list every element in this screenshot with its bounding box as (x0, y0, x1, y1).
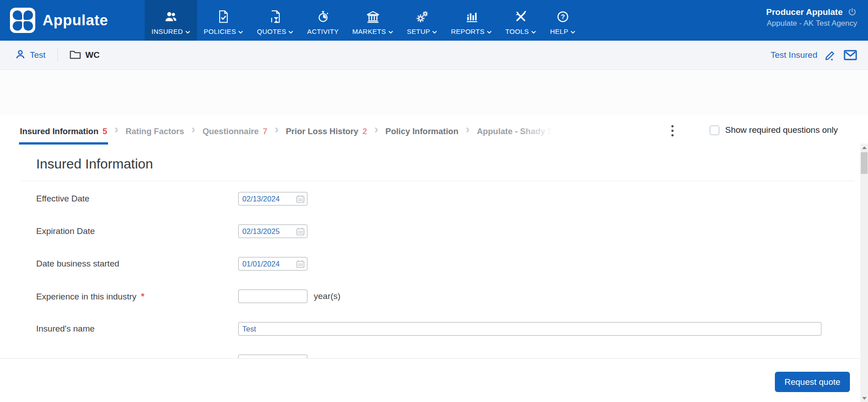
folder-icon (70, 50, 81, 61)
tab-bar: Insured Information 5 › Rating Factors ›… (0, 115, 868, 145)
brand[interactable]: Appulate (0, 0, 145, 41)
mail-envelope-icon[interactable] (844, 49, 857, 61)
tab-separator-icon: › (459, 122, 476, 145)
form-row-insured-name: Insured's name (0, 322, 861, 336)
user-agency: Appulate - AK Test Agency (766, 19, 857, 28)
title-row: Appulate - Night City Insurance, LLC Ask… (0, 70, 868, 115)
breadcrumb: Test WC Test Insured (0, 41, 868, 70)
scrollbar-thumb[interactable] (861, 152, 868, 174)
show-required-toggle[interactable]: Show required questions only (710, 125, 838, 135)
nav-item-markets[interactable]: MARKETS (345, 0, 400, 41)
vertical-scrollbar[interactable] (860, 144, 868, 402)
field-label: Date business started (36, 257, 119, 271)
business-started-date-input[interactable] (239, 258, 288, 270)
tab-badge: 7 (263, 126, 267, 136)
appulate-app: Appulate INSURED POLICIES QUOTES (0, 0, 868, 402)
show-required-label: Show required questions only (725, 125, 838, 135)
breadcrumb-insured-label: Test (30, 50, 46, 60)
help-icon: ? (556, 9, 570, 25)
tab-badge: 5 (103, 126, 107, 136)
required-asterisk: * (141, 291, 145, 301)
chevron-down-icon (185, 28, 190, 35)
tab-prior-loss-history[interactable]: Prior Loss History 2 (285, 126, 368, 145)
field-label: Insured's name (36, 322, 94, 336)
tab-separator-icon: › (368, 122, 385, 145)
breadcrumb-insured[interactable]: Test (15, 49, 46, 61)
scroll-down-arrow-icon[interactable] (860, 394, 868, 402)
tools-icon (514, 9, 528, 25)
effective-date-input[interactable] (239, 193, 288, 205)
calendar-icon[interactable] (296, 227, 307, 236)
nav-item-tools[interactable]: TOOLS (499, 0, 543, 41)
tab-separator-icon: › (185, 122, 202, 145)
form-row-experience: Experience in this industry* year(s) (0, 290, 861, 303)
tab-appulate-shady-truncated[interactable]: Appulate - Shady Sa (476, 126, 559, 145)
chevron-down-icon (432, 28, 437, 35)
chevron-down-icon (571, 28, 576, 35)
field-label: Experience in this industry* (36, 290, 145, 304)
tab-separator-icon: › (108, 122, 125, 145)
user-panel: Producer Appulate Appulate - AK Test Age… (766, 0, 868, 41)
breadcrumb-lob[interactable]: WC (70, 50, 100, 61)
chevron-down-icon (388, 28, 393, 35)
people-icon (164, 9, 178, 25)
nav-item-policies[interactable]: POLICIES (197, 0, 250, 41)
more-tabs-kebab-icon[interactable] (665, 122, 679, 139)
nav-menu: INSURED POLICIES QUOTES ACTIVITY (145, 0, 583, 41)
section-title: Insured Information (36, 156, 153, 172)
appulate-logo-icon (10, 8, 35, 33)
brand-name: Appulate (42, 12, 108, 29)
form-scroll-area: Insured Information Effective Date Expir… (0, 145, 861, 358)
bar-chart-icon (465, 9, 478, 25)
insured-contact-link[interactable]: Test Insured (771, 50, 818, 60)
divider (20, 181, 854, 181)
nav-item-setup[interactable]: SETUP (400, 0, 444, 41)
form-row-expiration-date: Expiration Date (0, 224, 861, 238)
tab-badge: 2 (363, 126, 367, 136)
tab-rating-factors[interactable]: Rating Factors (125, 126, 185, 145)
field-suffix: year(s) (314, 290, 340, 303)
nav-item-reports[interactable]: REPORTS (444, 0, 498, 41)
bottom-action-bar: Request quote (0, 358, 868, 402)
request-quote-button[interactable]: Request quote (775, 372, 850, 392)
expiration-date-input[interactable] (239, 225, 288, 237)
chevron-down-icon (487, 28, 492, 35)
divider (57, 49, 58, 61)
calendar-icon[interactable] (296, 259, 307, 269)
field-label: Effective Date (36, 192, 90, 206)
logout-power-icon[interactable] (847, 7, 857, 17)
form-row-fein-clipped: (9-digit Federal Employer Identification… (0, 355, 861, 358)
nav-item-quotes[interactable]: QUOTES (250, 0, 300, 41)
form-row-date-business-started: Date business started (0, 257, 861, 271)
scroll-up-arrow-icon[interactable] (860, 144, 868, 151)
show-required-checkbox[interactable] (710, 126, 719, 135)
chevron-down-icon (531, 28, 536, 35)
fade-mask (518, 126, 559, 145)
edit-pencil-icon[interactable] (825, 49, 836, 61)
bank-icon (366, 9, 380, 25)
nav-item-activity[interactable]: ACTIVITY (300, 0, 345, 41)
calendar-icon[interactable] (296, 194, 307, 204)
tab-policy-information[interactable]: Policy Information (385, 126, 459, 145)
gears-icon (415, 9, 429, 25)
tab-separator-icon: › (269, 122, 285, 145)
insured-name-input[interactable] (238, 322, 821, 336)
nav-item-insured[interactable]: INSURED (145, 0, 197, 41)
svg-text:?: ? (561, 13, 565, 20)
quote-doc-icon (269, 9, 282, 25)
form-row-effective-date: Effective Date (0, 192, 861, 206)
chevron-down-icon (238, 28, 243, 35)
policy-doc-icon (217, 9, 230, 25)
breadcrumb-lob-label: WC (85, 50, 100, 60)
fein-input[interactable] (238, 355, 307, 358)
tab-insured-information[interactable]: Insured Information 5 (19, 126, 108, 145)
user-name: Producer Appulate (766, 7, 843, 17)
tab-questionnaire[interactable]: Questionnaire 7 (202, 126, 269, 145)
person-icon (15, 49, 25, 61)
chevron-down-icon (288, 28, 293, 35)
experience-years-input[interactable] (238, 290, 307, 303)
stopwatch-icon (316, 9, 330, 25)
nav-item-help[interactable]: ? HELP (543, 0, 583, 41)
field-suffix: (9-digit Federal Employer Identification… (314, 355, 477, 358)
field-label: Expiration Date (36, 224, 95, 238)
